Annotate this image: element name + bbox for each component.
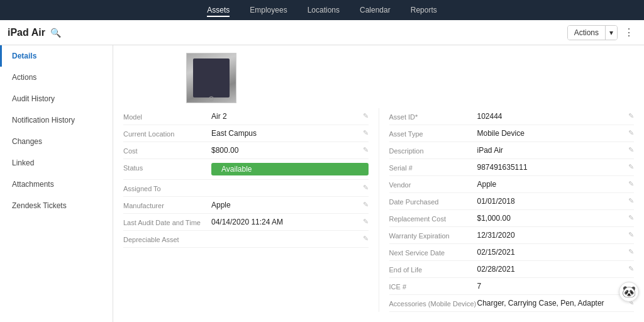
field-value-description: iPad Air — [477, 146, 625, 155]
field-value-vendor: Apple — [477, 180, 625, 189]
field-value-asset-id: 102444 — [477, 112, 625, 121]
field-value-end-of-life: 02/28/2021 — [477, 265, 625, 274]
edit-model-icon[interactable]: ✎ — [359, 112, 369, 120]
field-warranty-expiration: Warranty Expiration 12/31/2020 ✎ — [389, 227, 635, 244]
edit-depreciable-asset-icon[interactable]: ✎ — [359, 235, 369, 243]
field-ice: ICE # 7 ✎ — [389, 278, 635, 295]
details-grid: Model Air 2 ✎ Current Location East Camp… — [123, 108, 634, 312]
search-button[interactable]: 🔍 — [50, 28, 61, 38]
header-bar: iPad Air 🔍 Actions ▾ ⋮ — [0, 20, 644, 45]
field-depreciable-asset: Depreciable Asset ✎ — [123, 231, 369, 248]
field-label-depreciable-asset: Depreciable Asset — [123, 235, 211, 243]
field-value-status: Available — [211, 163, 369, 175]
field-date-purchased: Date Purchased 01/01/2018 ✎ — [389, 193, 635, 210]
field-label-assigned-to: Assigned To — [123, 184, 211, 192]
edit-cost-icon[interactable]: ✎ — [359, 146, 369, 154]
edit-asset-id-icon[interactable]: ✎ — [625, 112, 634, 120]
field-label-date-purchased: Date Purchased — [389, 197, 477, 206]
field-accessories: Accessories (Mobile Device) Charger, Car… — [389, 295, 635, 312]
field-value-warranty-expiration: 12/31/2020 — [477, 231, 625, 240]
edit-manufacturer-icon[interactable]: ✎ — [359, 201, 369, 209]
sidebar-item-audit-history[interactable]: Audit History — [0, 88, 113, 109]
field-value-manufacturer: Apple — [211, 201, 359, 209]
edit-replacement-cost-icon[interactable]: ✎ — [625, 214, 634, 222]
field-label-ice: ICE # — [389, 282, 477, 291]
edit-serial-icon[interactable]: ✎ — [625, 163, 634, 171]
edit-asset-type-icon[interactable]: ✎ — [625, 129, 634, 137]
edit-assigned-to-icon[interactable]: ✎ — [359, 184, 369, 192]
field-next-service-date: Next Service Date 02/15/2021 ✎ — [389, 244, 635, 261]
nav-assets[interactable]: Assets — [207, 3, 230, 17]
actions-caret[interactable]: ▾ — [605, 26, 617, 40]
field-description: Description iPad Air ✎ — [389, 142, 635, 159]
left-column: Model Air 2 ✎ Current Location East Camp… — [123, 108, 379, 312]
field-label-asset-id: Asset ID* — [389, 112, 477, 121]
actions-dropdown[interactable]: Actions ▾ — [567, 25, 618, 40]
field-value-asset-type: Mobile Device — [477, 129, 625, 138]
field-vendor: Vendor Apple ✎ — [389, 176, 635, 193]
field-label-next-service-date: Next Service Date — [389, 248, 477, 257]
field-value-serial: 987491635111 — [477, 163, 625, 172]
field-value-model: Air 2 — [211, 112, 359, 121]
field-manufacturer: Manufacturer Apple ✎ — [123, 197, 369, 214]
field-assigned-to: Assigned To ✎ — [123, 180, 369, 197]
nav-reports[interactable]: Reports — [411, 3, 437, 17]
tablet-home-button — [209, 96, 214, 101]
edit-current-location-icon[interactable]: ✎ — [359, 129, 369, 137]
sidebar-item-linked[interactable]: Linked — [0, 152, 113, 174]
field-asset-id: Asset ID* 102444 ✎ — [389, 108, 635, 125]
field-cost: Cost $800.00 ✎ — [123, 142, 369, 159]
field-label-description: Description — [389, 146, 477, 155]
nav-calendar[interactable]: Calendar — [360, 3, 391, 17]
field-last-audit: Last Audit Date and Time 04/14/2020 11:2… — [123, 214, 369, 231]
field-label-vendor: Vendor — [389, 180, 477, 189]
nav-locations[interactable]: Locations — [308, 3, 340, 17]
sidebar-item-attachments[interactable]: Attachments — [0, 174, 113, 195]
status-badge: Available — [211, 163, 369, 175]
edit-vendor-icon[interactable]: ✎ — [625, 180, 634, 188]
field-label-manufacturer: Manufacturer — [123, 201, 211, 209]
field-label-accessories: Accessories (Mobile Device) — [389, 299, 477, 308]
tablet-graphic — [187, 53, 236, 103]
sidebar-item-zendesk-tickets[interactable]: Zendesk Tickets — [0, 195, 113, 216]
sidebar-item-details[interactable]: Details — [0, 45, 113, 67]
field-value-replacement-cost: $1,000.00 — [477, 214, 625, 223]
field-serial: Serial # 987491635111 ✎ — [389, 159, 635, 176]
content-area: Model Air 2 ✎ Current Location East Camp… — [113, 45, 644, 322]
field-label-status: Status — [123, 163, 211, 172]
edit-description-icon[interactable]: ✎ — [625, 146, 634, 154]
field-value-last-audit: 04/14/2020 11:24 AM — [211, 218, 359, 226]
edit-next-service-date-icon[interactable]: ✎ — [625, 248, 634, 256]
tablet-screen — [193, 58, 230, 97]
edit-last-audit-icon[interactable]: ✎ — [359, 218, 369, 226]
edit-warranty-expiration-icon[interactable]: ✎ — [625, 231, 634, 239]
field-label-cost: Cost — [123, 146, 211, 155]
field-label-last-audit: Last Audit Date and Time — [123, 218, 211, 226]
main-layout: Details Actions Audit History Notificati… — [0, 45, 644, 322]
header-left: iPad Air 🔍 — [8, 27, 61, 38]
field-end-of-life: End of Life 02/28/2021 ✎ — [389, 261, 635, 278]
field-current-location: Current Location East Campus ✎ — [123, 125, 369, 142]
asset-image — [186, 53, 236, 103]
field-label-warranty-expiration: Warranty Expiration — [389, 231, 477, 240]
field-label-end-of-life: End of Life — [389, 265, 477, 274]
edit-end-of-life-icon[interactable]: ✎ — [625, 265, 634, 273]
field-value-current-location: East Campus — [211, 129, 359, 138]
nav-employees[interactable]: Employees — [250, 3, 287, 17]
field-replacement-cost: Replacement Cost $1,000.00 ✎ — [389, 210, 635, 227]
asset-image-row — [123, 53, 634, 103]
sidebar-item-changes[interactable]: Changes — [0, 131, 113, 152]
sidebar-item-notification-history[interactable]: Notification History — [0, 109, 113, 131]
field-status: Status Available — [123, 159, 369, 180]
field-value-ice: 7 — [477, 282, 625, 291]
field-asset-type: Asset Type Mobile Device ✎ — [389, 125, 635, 142]
edit-date-purchased-icon[interactable]: ✎ — [625, 197, 634, 205]
field-label-model: Model — [123, 112, 211, 121]
sidebar-item-actions[interactable]: Actions — [0, 67, 113, 88]
field-label-asset-type: Asset Type — [389, 129, 477, 138]
more-options-button[interactable]: ⋮ — [621, 26, 636, 38]
actions-label[interactable]: Actions — [568, 26, 605, 40]
field-model: Model Air 2 ✎ — [123, 108, 369, 125]
right-column: Asset ID* 102444 ✎ Asset Type Mobile Dev… — [379, 108, 635, 312]
panda-chat-button[interactable]: 🐼 — [619, 282, 639, 302]
